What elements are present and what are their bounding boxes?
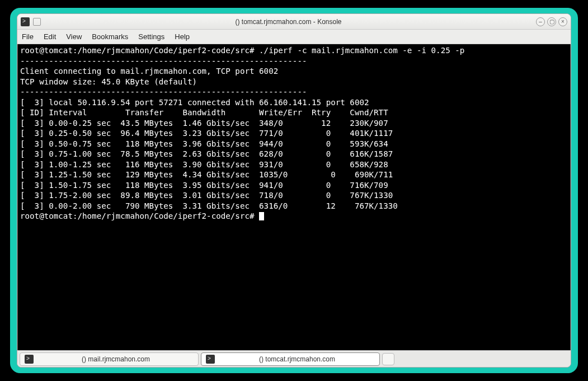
terminal-line: Client connecting to mail.rjmcmahon.com,… (20, 67, 278, 76)
menu-bookmarks[interactable]: Bookmarks (92, 32, 128, 41)
konsole-window: () tomcat.rjmcmahon.com - Konsole – ▢ × … (17, 13, 571, 368)
menu-view[interactable]: View (66, 32, 82, 41)
terminal-line: [ 3] 1.00-1.25 sec 116 MBytes 3.90 Gbits… (20, 160, 388, 169)
menubar: File Edit View Bookmarks Settings Help (17, 30, 571, 44)
tabbar: () mail.rjmcmahon.com () tomcat.rjmcmaho… (17, 350, 571, 367)
terminal-line: [ 3] 1.50-1.75 sec 118 MBytes 3.95 Gbits… (20, 181, 388, 190)
app-icon (21, 17, 30, 26)
terminal[interactable]: root@tomcat:/home/rjmcmahon/Code/iperf2-… (17, 44, 571, 350)
terminal-line: ----------------------------------------… (20, 87, 307, 96)
terminal-line: [ 3] 1.25-1.50 sec 129 MBytes 4.34 Gbits… (20, 170, 393, 179)
close-button[interactable]: × (558, 17, 567, 26)
tab-label: () tomcat.rjmcmahon.com (219, 355, 375, 363)
terminal-line: [ 3] 1.75-2.00 sec 89.8 MBytes 3.01 Gbit… (20, 191, 393, 200)
desktop-frame: () tomcat.rjmcmahon.com - Konsole – ▢ × … (10, 8, 578, 373)
terminal-prompt: root@tomcat:/home/rjmcmahon/Code/iperf2-… (20, 211, 259, 220)
terminal-line: [ 3] 0.00-0.25 sec 43.5 MBytes 1.46 Gbit… (20, 119, 388, 128)
terminal-line: [ 3] 0.75-1.00 sec 78.5 MBytes 2.63 Gbit… (20, 149, 393, 158)
terminal-icon (25, 355, 34, 364)
cursor (259, 212, 264, 220)
terminal-icon (206, 355, 215, 364)
terminal-line: root@tomcat:/home/rjmcmahon/Code/iperf2-… (20, 46, 469, 55)
terminal-line: [ 3] local 50.116.9.54 port 57271 connec… (20, 98, 369, 107)
maximize-button[interactable]: ▢ (547, 17, 556, 26)
terminal-line: ----------------------------------------… (20, 57, 307, 65)
menu-help[interactable]: Help (175, 32, 190, 41)
window-title: () tomcat.rjmcmahon.com - Konsole (41, 18, 536, 26)
tab-mail[interactable]: () mail.rjmcmahon.com (20, 352, 199, 366)
terminal-line: [ 3] 0.50-0.75 sec 118 MBytes 3.96 Gbits… (20, 139, 388, 148)
tab-label: () mail.rjmcmahon.com (38, 355, 194, 363)
new-tab-button[interactable] (382, 353, 394, 365)
pin-icon[interactable] (33, 18, 41, 26)
tab-tomcat[interactable]: () tomcat.rjmcmahon.com (201, 352, 380, 366)
terminal-line: [ 3] 0.00-2.00 sec 790 MBytes 3.31 Gbits… (20, 201, 398, 210)
titlebar: () tomcat.rjmcmahon.com - Konsole – ▢ × (17, 14, 571, 30)
terminal-line: [ 3] 0.25-0.50 sec 96.4 MBytes 3.23 Gbit… (20, 129, 393, 138)
minimize-button[interactable]: – (536, 17, 545, 26)
terminal-line: TCP window size: 45.0 KByte (default) (20, 77, 197, 86)
menu-edit[interactable]: Edit (44, 32, 56, 41)
terminal-line: [ ID] Interval Transfer Bandwidth Write/… (20, 108, 388, 117)
menu-settings[interactable]: Settings (138, 32, 164, 41)
menu-file[interactable]: File (22, 32, 34, 41)
